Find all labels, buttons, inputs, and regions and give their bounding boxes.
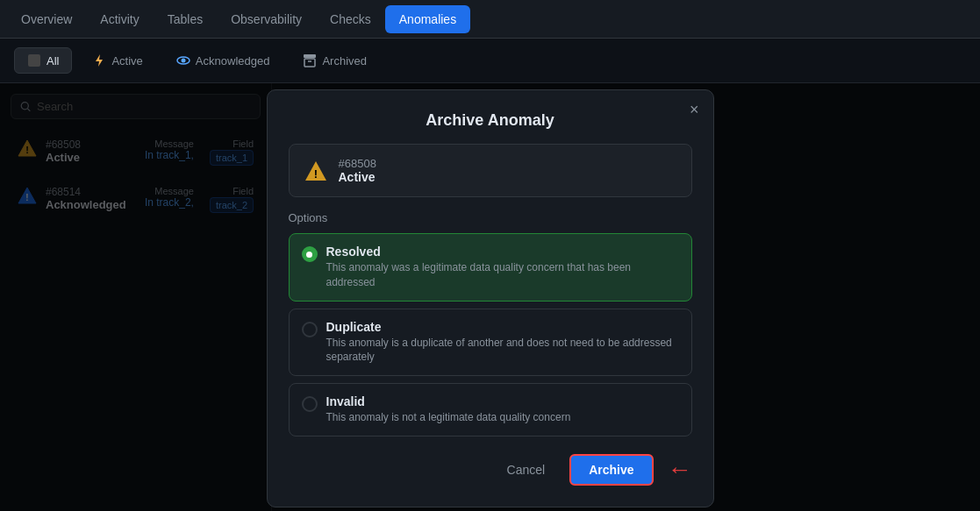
filter-archived-label: Archived	[322, 54, 367, 67]
all-icon	[27, 53, 41, 67]
option-duplicate[interactable]: Duplicate This anomaly is a duplicate of…	[289, 309, 692, 377]
radio-duplicate	[302, 322, 318, 337]
svg-marker-1	[96, 54, 103, 67]
modal-close-button[interactable]: ×	[690, 101, 699, 119]
nav-item-observability[interactable]: Observability	[217, 0, 316, 39]
modal-anomaly-status: Active	[339, 170, 376, 184]
top-navigation: Overview Activity Tables Observability C…	[0, 0, 980, 39]
option-resolved-title: Resolved	[326, 245, 679, 259]
filter-archived[interactable]: Archived	[290, 47, 380, 74]
radio-invalid	[302, 396, 318, 412]
filter-acknowledged-label: Acknowledged	[196, 54, 270, 67]
option-duplicate-desc: This anomaly is a duplicate of another a…	[326, 336, 679, 366]
nav-item-tables[interactable]: Tables	[154, 0, 217, 39]
nav-item-overview[interactable]: Overview	[7, 0, 86, 39]
filter-active-label: Active	[111, 54, 142, 67]
option-invalid[interactable]: Invalid This anomaly is not a legitimate…	[289, 383, 692, 436]
svg-text:!: !	[313, 167, 317, 181]
nav-item-checks[interactable]: Checks	[316, 0, 385, 39]
eye-icon	[176, 53, 190, 67]
archive-button[interactable]: Archive	[569, 454, 653, 486]
main-content: ! #68508 Active Message In track_1, Fiel…	[0, 83, 980, 511]
svg-rect-4	[304, 54, 316, 58]
option-invalid-desc: This anomaly is not a legitimate data qu…	[326, 410, 571, 425]
modal-warning-icon: !	[304, 159, 328, 183]
modal-anomaly-id: #68508	[339, 157, 376, 170]
svg-rect-0	[28, 54, 40, 67]
modal-title: Archive Anomaly	[289, 111, 692, 130]
nav-item-activity[interactable]: Activity	[86, 0, 153, 39]
option-duplicate-title: Duplicate	[326, 320, 679, 334]
option-invalid-text: Invalid This anomaly is not a legitimate…	[326, 394, 571, 425]
cancel-button[interactable]: Cancel	[493, 456, 560, 484]
options-label: Options	[289, 211, 692, 224]
filter-all[interactable]: All	[14, 47, 72, 74]
option-resolved-desc: This anomaly was a legitimate data quali…	[326, 260, 679, 290]
option-invalid-title: Invalid	[326, 394, 571, 408]
lightning-icon	[92, 53, 106, 67]
archive-icon	[303, 53, 317, 67]
modal-footer: Cancel Archive ←	[289, 454, 692, 486]
arrow-indicator: ←	[668, 456, 692, 484]
option-resolved-text: Resolved This anomaly was a legitimate d…	[326, 245, 679, 290]
modal-backdrop: × Archive Anomaly ! #68508 Active Option…	[0, 83, 980, 511]
svg-point-3	[181, 59, 185, 63]
modal-anomaly-card: ! #68508 Active	[289, 144, 692, 197]
modal-anomaly-info: #68508 Active	[339, 157, 376, 184]
filter-acknowledged[interactable]: Acknowledged	[163, 47, 283, 74]
filter-all-label: All	[46, 54, 59, 67]
option-duplicate-text: Duplicate This anomaly is a duplicate of…	[326, 320, 679, 366]
radio-resolved	[302, 246, 318, 262]
filter-active[interactable]: Active	[79, 47, 155, 74]
option-resolved[interactable]: Resolved This anomaly was a legitimate d…	[289, 233, 692, 302]
nav-item-anomalies[interactable]: Anomalies	[385, 5, 470, 33]
filter-bar: All Active Acknowledged Archived	[0, 39, 980, 83]
archive-anomaly-modal: × Archive Anomaly ! #68508 Active Option…	[267, 89, 714, 507]
svg-rect-5	[304, 59, 315, 67]
